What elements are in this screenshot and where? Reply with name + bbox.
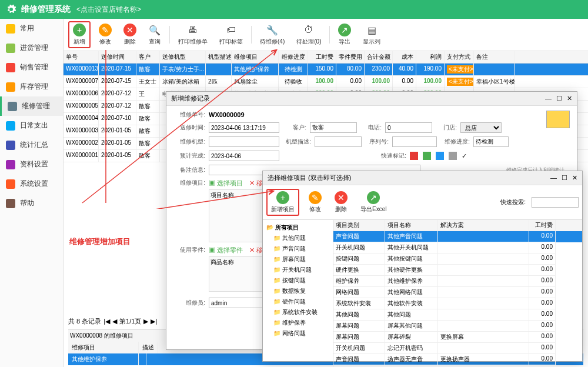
items-list: 项目名称 (209, 189, 268, 242)
tree-item[interactable]: 硬件问题 (265, 296, 330, 307)
pager: 共 8 条记录 |◀ ◀ 第1/1页 ▶ ▶| (68, 317, 157, 326)
shop-select[interactable]: 总店 (460, 122, 502, 133)
tree-item[interactable]: 开关机问题 (265, 265, 330, 275)
pager-last[interactable]: ▶| (151, 318, 157, 325)
mark-blue[interactable] (436, 152, 444, 160)
serial-input[interactable] (392, 136, 437, 147)
pager-first[interactable]: |◀ (103, 318, 110, 325)
close-icon[interactable]: ✕ (567, 95, 572, 102)
grid-row[interactable]: WX00000132020-07-15散客手表/劳力士手...其他维护保养待检测… (64, 64, 588, 76)
add-project-button[interactable]: +新增项目 (266, 189, 299, 216)
tree-item[interactable]: 按键问题 (265, 275, 330, 286)
list-row[interactable]: 屏幕问题屏幕其他问题0.00 (333, 321, 582, 332)
toolbar-新增[interactable]: +新增 (68, 21, 91, 48)
list-row[interactable]: 声音问题扬声器无声音更换扬声器0.00 (333, 354, 582, 365)
select-item-dialog: 选择维修项目 (双击即可选择) —☐✕ +新增项目 ✎修改 ✕删除 ↗导出Exc… (262, 171, 583, 362)
customer-input[interactable] (310, 122, 357, 133)
sidebar: 常用进货管理销售管理库存管理维修管理日常支出统计汇总资料设置系统设置帮助 (0, 19, 64, 367)
gear-icon (6, 4, 16, 15)
select-item-btn[interactable]: ▣ 选择项目 (209, 179, 243, 186)
item-list: 项目类别项目名称解决方案工时费 声音问题其他声音问题0.00开关机问题其他开关机… (333, 220, 582, 367)
toolbar-导出[interactable]: ↗导出 (335, 22, 355, 47)
tree-item[interactable]: 声音问题 (265, 243, 330, 254)
mark-gray[interactable] (449, 152, 457, 160)
col-desc: 描述 (139, 342, 158, 353)
list-row[interactable]: 维护保养其他维护保养0.00 (333, 276, 582, 287)
list-row[interactable]: 网络问题其他网络问题0.00 (333, 287, 582, 298)
toolbar-显示列[interactable]: ▤显示列 (359, 22, 384, 47)
sidebar-item[interactable]: 维修管理 (0, 96, 63, 116)
close-icon[interactable]: ✕ (572, 174, 577, 182)
pager-next[interactable]: ▶ (143, 318, 148, 325)
list-row[interactable]: 声音问题其他声音问题0.00 (333, 231, 582, 242)
list-row[interactable]: 其他问题其他问题0.00 (333, 309, 582, 321)
delete-project-button[interactable]: ✕删除 (331, 190, 351, 215)
sidebar-item[interactable]: 日常支出 (0, 116, 63, 135)
toolbar-待维修(4)[interactable]: 🔧待维修(4) (256, 22, 288, 47)
toolbar-修改[interactable]: ✎修改 (95, 22, 115, 47)
progress-input[interactable] (473, 136, 509, 147)
list-row[interactable]: 开关机问题其他开关机问题0.00 (333, 242, 582, 253)
tree-item[interactable]: 其他问题 (265, 233, 330, 243)
list-row[interactable]: 开关机问题忘记开机密码0.00 (333, 343, 582, 354)
pager-total: 共 8 条记录 (68, 317, 101, 326)
grid-header: 单号送修时间客户送修机型机型描述维修项目维修进度工时费零件费用合计金额成本利润支… (64, 51, 588, 64)
sidebar-item[interactable]: 统计汇总 (0, 135, 63, 155)
app-header: 维修管理系统 <点击设置店铺名称> (0, 0, 588, 19)
tree-item[interactable]: 系统软件安装 (265, 307, 330, 318)
export-excel-button[interactable]: ↗导出Excel (357, 190, 390, 215)
mark-red[interactable] (410, 152, 418, 160)
sidebar-item[interactable]: 库存管理 (0, 77, 63, 96)
tree-item[interactable]: 网络问题 (265, 328, 330, 339)
mark-green[interactable] (423, 152, 431, 160)
sidebar-item[interactable]: 系统设置 (0, 174, 63, 193)
dlg2-title: 选择维修项目 (双击即可选择) (268, 174, 351, 182)
pager-prev[interactable]: ◀ (112, 318, 117, 325)
parts-list: 商品名称 (209, 256, 268, 292)
repair-image (546, 111, 570, 128)
list-row[interactable]: 按键问题其他按键问题0.00 (333, 253, 582, 265)
repair-no: WX0000009 (209, 111, 245, 118)
max-icon[interactable]: ☐ (556, 95, 562, 102)
toolbar-待处理(0)[interactable]: ⏱待处理(0) (293, 22, 325, 47)
sidebar-item[interactable]: 常用 (0, 19, 63, 38)
col-item: 维修项目 (68, 342, 139, 353)
dlg1-title: 新增维修记录 (171, 94, 210, 103)
annotation-text: 维修管理增加项目 (69, 236, 131, 247)
sidebar-item[interactable]: 销售管理 (0, 58, 63, 77)
time-input[interactable] (209, 122, 279, 133)
mark-check[interactable]: ✓ (462, 152, 467, 160)
category-tree: 📂 所有项目其他问题声音问题屏幕问题开关机问题按键问题数据恢复硬件问题系统软件安… (263, 220, 333, 367)
toolbar-打印维修单[interactable]: 🖶打印维修单 (175, 22, 211, 47)
min-icon[interactable]: — (550, 174, 557, 182)
toolbar-查询[interactable]: 🔍查询 (145, 22, 165, 47)
sidebar-item[interactable]: 进货管理 (0, 38, 63, 58)
tree-item[interactable]: 屏幕问题 (265, 254, 330, 265)
toolbar: +新增✎修改✕删除🔍查询🖶打印维修单🏷打印标签🔧待维修(4)⏱待处理(0)↗导出… (64, 19, 588, 51)
grid-row[interactable]: WX00000072020-07-15王女士冰箱/美的冰箱2匹风扇除尘待验收10… (64, 76, 588, 88)
due-input[interactable] (209, 151, 279, 161)
sub-row[interactable]: 其他维护保养 (68, 353, 139, 365)
pager-page: 第1/1页 (119, 317, 141, 326)
list-row[interactable]: 屏幕问题屏幕碎裂更换屏幕0.00 (333, 332, 582, 343)
tree-item[interactable]: 维护保养 (265, 318, 330, 328)
model-input[interactable] (209, 136, 279, 147)
desc-input[interactable] (315, 136, 362, 147)
app-title: 维修管理系统 (21, 4, 71, 15)
max-icon[interactable]: ☐ (562, 174, 567, 182)
list-row[interactable]: 系统软件安装其他软件安装0.00 (333, 298, 582, 309)
phone-input[interactable] (385, 122, 432, 133)
app-subtitle[interactable]: <点击设置店铺名称> (76, 5, 141, 15)
toolbar-打印标签[interactable]: 🏷打印标签 (216, 22, 246, 47)
list-row[interactable]: 硬件更换其他硬件更换0.00 (333, 265, 582, 276)
sidebar-item[interactable]: 帮助 (0, 193, 63, 213)
toolbar-删除[interactable]: ✕删除 (120, 22, 140, 47)
sidebar-item[interactable]: 资料设置 (0, 155, 63, 174)
search-input[interactable] (532, 197, 579, 208)
tree-item[interactable]: 数据恢复 (265, 286, 330, 296)
edit-project-button[interactable]: ✎修改 (305, 190, 325, 215)
min-icon[interactable]: — (545, 95, 552, 102)
select-part-btn[interactable]: ▣ 选择零件 (209, 246, 243, 253)
